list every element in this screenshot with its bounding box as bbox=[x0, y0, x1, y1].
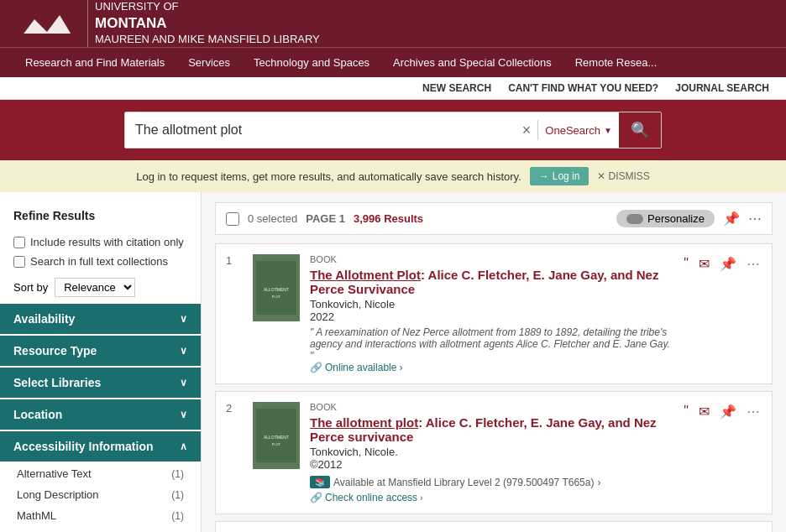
sidebar: Refine Results Include results with cita… bbox=[0, 192, 202, 532]
result-item: 2 ALLOTMENT PLOT BOOK The allotment plot… bbox=[215, 391, 773, 514]
chevron-down-icon: ∨ bbox=[180, 377, 187, 389]
montana-logo-icon bbox=[13, 7, 81, 40]
svg-text:ALLOTMENT: ALLOTMENT bbox=[264, 435, 289, 440]
more-button[interactable]: ⋯ bbox=[745, 254, 762, 274]
search-submit-button[interactable]: 🔍 bbox=[619, 112, 661, 148]
more-button[interactable]: ⋯ bbox=[745, 402, 762, 421]
search-clear-button[interactable]: × bbox=[516, 122, 538, 139]
nav-archives[interactable]: Archives and Special Collections bbox=[381, 48, 563, 77]
nav-research[interactable]: Research and Find Materials bbox=[13, 48, 176, 77]
search-input[interactable] bbox=[125, 114, 516, 146]
result-actions: " ✉ 📌 ⋯ bbox=[682, 254, 762, 373]
chevron-down-icon: ▼ bbox=[604, 126, 612, 135]
search-section: × OneSearch ▼ 🔍 bbox=[0, 100, 786, 160]
pin-button[interactable]: 📌 bbox=[718, 254, 738, 274]
header: UNIVERSITY OF MONTANA MAUREEN AND MIKE M… bbox=[0, 0, 786, 77]
svg-text:PLOT: PLOT bbox=[272, 442, 281, 446]
result-number: 2 bbox=[226, 402, 243, 503]
svg-text:ALLOTMENT: ALLOTMENT bbox=[264, 287, 289, 292]
sort-select[interactable]: Relevance bbox=[55, 278, 135, 297]
citation-only-checkbox[interactable] bbox=[13, 237, 25, 248]
journal-search-link[interactable]: JOURNAL SEARCH bbox=[675, 82, 769, 94]
search-box: × OneSearch ▼ 🔍 bbox=[124, 112, 662, 149]
result-year: 2022 bbox=[310, 310, 672, 323]
nav-technology[interactable]: Technology and Spaces bbox=[242, 48, 381, 77]
new-search-link[interactable]: NEW SEARCH bbox=[422, 82, 491, 94]
facet-availability-button[interactable]: Availability ∨ bbox=[0, 304, 201, 334]
select-all-checkbox[interactable] bbox=[226, 212, 239, 226]
more-options-icon[interactable]: ⋯ bbox=[748, 211, 762, 227]
facet-select-libraries-button[interactable]: Select Libraries ∨ bbox=[0, 368, 201, 398]
accessibility-alt-text[interactable]: Alternative Text (1) bbox=[0, 463, 201, 484]
result-cover: ALLOTMENT PLOT bbox=[253, 402, 300, 469]
book-cover-icon: ALLOTMENT PLOT bbox=[253, 254, 300, 321]
secondary-nav: NEW SEARCH CAN'T FIND WHAT YOU NEED? JOU… bbox=[0, 77, 786, 100]
accessibility-long-desc[interactable]: Long Description (1) bbox=[0, 484, 201, 505]
check-online-link[interactable]: 🔗 Check online access › bbox=[310, 492, 672, 503]
email-button[interactable]: ✉ bbox=[697, 254, 711, 274]
link-icon: 🔗 bbox=[310, 492, 322, 503]
nav-remote[interactable]: Remote Resea... bbox=[563, 48, 669, 77]
result-title-link[interactable]: The allotment plot: Alice C. Fletcher, E… bbox=[310, 415, 657, 444]
search-engine-selector[interactable]: OneSearch ▼ bbox=[538, 124, 619, 137]
chevron-right-icon: › bbox=[597, 477, 600, 488]
cite-button[interactable]: " bbox=[682, 254, 690, 273]
chevron-down-icon: ∨ bbox=[180, 345, 187, 357]
result-author: Tonkovich, Nicole bbox=[310, 298, 672, 310]
chevron-down-icon: ∨ bbox=[180, 313, 187, 325]
close-icon: ✕ bbox=[597, 170, 605, 182]
accessibility-structural-nav[interactable]: Structural Navigation (1) bbox=[0, 526, 201, 532]
result-item: 1 ALLOTMENT PLOT BOOK The Allotment Plot… bbox=[215, 243, 773, 384]
main-nav: Research and Find Materials Services Tec… bbox=[0, 47, 786, 77]
quote-close-icon: " bbox=[310, 350, 313, 362]
result-title-link[interactable]: The Allotment Plot: Alice C. Fletcher, E… bbox=[310, 268, 658, 296]
dismiss-button[interactable]: ✕ DISMISS bbox=[597, 170, 649, 182]
svg-rect-2 bbox=[13, 34, 81, 40]
personalize-button[interactable]: Personalize bbox=[616, 210, 715, 227]
chevron-right-icon: › bbox=[399, 362, 402, 373]
link-icon: 🔗 bbox=[310, 362, 322, 373]
result-number: 1 bbox=[226, 254, 243, 373]
full-text-checkbox[interactable] bbox=[13, 256, 25, 268]
result-author: Tonkovich, Nicole. bbox=[310, 446, 672, 458]
accessibility-sub-items: Alternative Text (1) Long Description (1… bbox=[0, 463, 201, 532]
login-icon: → bbox=[539, 170, 549, 182]
quote-icon: " bbox=[310, 326, 313, 338]
main-content: Refine Results Include results with cita… bbox=[0, 192, 786, 532]
book-cover-icon: ALLOTMENT PLOT bbox=[253, 402, 300, 469]
pin-button[interactable]: 📌 bbox=[718, 402, 738, 421]
result-body: BOOK The Allotment Plot: Alice C. Fletch… bbox=[310, 254, 672, 373]
result-description: " A reexamination of Nez Perce allotment… bbox=[310, 326, 672, 362]
accessibility-mathml[interactable]: MathML (1) bbox=[0, 505, 201, 526]
citation-only-toggle[interactable]: Include results with citation only bbox=[0, 232, 201, 252]
library-title: UNIVERSITY OF MONTANA MAUREEN AND MIKE M… bbox=[87, 0, 320, 47]
nav-services[interactable]: Services bbox=[176, 48, 242, 77]
email-button[interactable]: ✉ bbox=[697, 402, 711, 421]
result-type: BOOK bbox=[310, 254, 672, 264]
result-actions: " ✉ 📌 ⋯ bbox=[682, 402, 762, 503]
result-body: BOOK The allotment plot: Alice C. Fletch… bbox=[310, 402, 672, 503]
result-availability: 📚 Available at Mansfield Library Level 2… bbox=[310, 476, 672, 488]
result-item: 3 ALLOTMENT PLOT BOOK The Allotment Plot… bbox=[215, 521, 773, 532]
availability-badge: 📚 bbox=[310, 476, 330, 488]
logo bbox=[13, 7, 81, 40]
full-text-toggle[interactable]: Search in full text collections bbox=[0, 252, 201, 271]
toggle-icon bbox=[626, 214, 643, 224]
results-area: 0 selected PAGE 1 3,996 Results Personal… bbox=[202, 192, 786, 532]
login-button[interactable]: → Log in bbox=[530, 167, 590, 185]
facet-accessibility-button[interactable]: Accessibility Information ∧ bbox=[0, 431, 201, 462]
login-banner: Log in to request items, get more result… bbox=[0, 160, 786, 192]
result-year: ©2012 bbox=[310, 458, 672, 471]
facet-resource-type-button[interactable]: Resource Type ∨ bbox=[0, 336, 201, 366]
cant-find-link[interactable]: CAN'T FIND WHAT YOU NEED? bbox=[508, 82, 658, 94]
result-type: BOOK bbox=[310, 402, 672, 412]
chevron-down-icon: ∨ bbox=[180, 409, 187, 420]
availability-online-link[interactable]: 🔗 Online available › bbox=[310, 362, 672, 373]
sidebar-title: Refine Results bbox=[0, 202, 201, 232]
cite-button[interactable]: " bbox=[682, 402, 690, 420]
svg-text:PLOT: PLOT bbox=[272, 295, 281, 299]
facet-location-button[interactable]: Location ∨ bbox=[0, 399, 201, 430]
pin-icon[interactable]: 📌 bbox=[723, 211, 740, 227]
chevron-up-icon: ∧ bbox=[180, 441, 187, 452]
results-toolbar: 0 selected PAGE 1 3,996 Results Personal… bbox=[215, 202, 773, 235]
